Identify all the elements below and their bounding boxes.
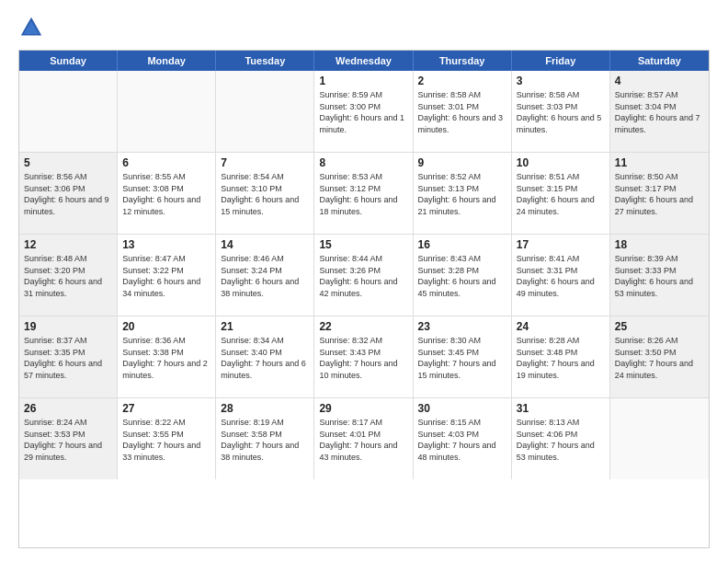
cell-info: Sunrise: 8:28 AMSunset: 3:48 PMDaylight:… <box>517 335 605 381</box>
calendar-cell: 9Sunrise: 8:52 AMSunset: 3:13 PMDaylight… <box>414 153 512 234</box>
day-number: 21 <box>221 320 309 333</box>
cell-info: Sunrise: 8:26 AMSunset: 3:50 PMDaylight:… <box>615 335 704 381</box>
calendar-cell: 6Sunrise: 8:55 AMSunset: 3:08 PMDaylight… <box>118 153 216 234</box>
day-number: 17 <box>517 238 605 251</box>
weekday-header: Monday <box>118 51 216 71</box>
header <box>18 15 710 40</box>
calendar-cell <box>610 398 709 479</box>
cell-info: Sunrise: 8:43 AMSunset: 3:28 PMDaylight:… <box>418 253 506 299</box>
cell-info: Sunrise: 8:53 AMSunset: 3:12 PMDaylight:… <box>319 171 407 217</box>
calendar-week-row: 5Sunrise: 8:56 AMSunset: 3:06 PMDaylight… <box>19 153 709 235</box>
cell-info: Sunrise: 8:13 AMSunset: 4:06 PMDaylight:… <box>517 417 605 463</box>
calendar-cell <box>118 71 216 152</box>
cell-info: Sunrise: 8:32 AMSunset: 3:43 PMDaylight:… <box>319 335 407 381</box>
calendar-week-row: 1Sunrise: 8:59 AMSunset: 3:00 PMDaylight… <box>19 71 709 153</box>
day-number: 11 <box>615 156 704 169</box>
cell-info: Sunrise: 8:55 AMSunset: 3:08 PMDaylight:… <box>122 171 210 217</box>
day-number: 20 <box>122 320 210 333</box>
cell-info: Sunrise: 8:17 AMSunset: 4:01 PMDaylight:… <box>319 417 407 463</box>
day-number: 29 <box>319 402 407 415</box>
day-number: 28 <box>221 402 309 415</box>
weekday-header: Thursday <box>414 51 512 71</box>
calendar-cell: 7Sunrise: 8:54 AMSunset: 3:10 PMDaylight… <box>216 153 314 234</box>
cell-info: Sunrise: 8:50 AMSunset: 3:17 PMDaylight:… <box>615 171 704 217</box>
page: SundayMondayTuesdayWednesdayThursdayFrid… <box>0 0 728 563</box>
day-number: 4 <box>615 75 704 87</box>
day-number: 9 <box>418 156 506 169</box>
cell-info: Sunrise: 8:52 AMSunset: 3:13 PMDaylight:… <box>418 171 506 217</box>
cell-info: Sunrise: 8:19 AMSunset: 3:58 PMDaylight:… <box>221 417 309 463</box>
calendar-cell <box>19 71 118 152</box>
weekday-header: Friday <box>512 51 610 71</box>
calendar-header: SundayMondayTuesdayWednesdayThursdayFrid… <box>19 51 709 71</box>
day-number: 10 <box>517 156 605 169</box>
calendar-cell: 29Sunrise: 8:17 AMSunset: 4:01 PMDayligh… <box>314 398 413 479</box>
day-number: 14 <box>221 238 309 251</box>
day-number: 16 <box>418 238 506 251</box>
calendar-cell: 17Sunrise: 8:41 AMSunset: 3:31 PMDayligh… <box>512 235 610 316</box>
cell-info: Sunrise: 8:15 AMSunset: 4:03 PMDaylight:… <box>418 417 506 463</box>
day-number: 15 <box>319 238 407 251</box>
cell-info: Sunrise: 8:30 AMSunset: 3:45 PMDaylight:… <box>418 335 506 381</box>
weekday-header: Wednesday <box>314 51 413 71</box>
calendar-week-row: 12Sunrise: 8:48 AMSunset: 3:20 PMDayligh… <box>19 235 709 316</box>
day-number: 7 <box>221 156 309 169</box>
cell-info: Sunrise: 8:58 AMSunset: 3:01 PMDaylight:… <box>418 89 506 135</box>
calendar-cell: 30Sunrise: 8:15 AMSunset: 4:03 PMDayligh… <box>414 398 512 479</box>
calendar-cell: 16Sunrise: 8:43 AMSunset: 3:28 PMDayligh… <box>414 235 512 316</box>
day-number: 22 <box>319 320 407 333</box>
calendar-cell: 14Sunrise: 8:46 AMSunset: 3:24 PMDayligh… <box>216 235 314 316</box>
day-number: 12 <box>24 238 112 251</box>
calendar-cell: 31Sunrise: 8:13 AMSunset: 4:06 PMDayligh… <box>512 398 610 479</box>
logo-icon <box>18 15 44 40</box>
calendar-week-row: 26Sunrise: 8:24 AMSunset: 3:53 PMDayligh… <box>19 398 709 479</box>
day-number: 1 <box>319 75 407 87</box>
cell-info: Sunrise: 8:54 AMSunset: 3:10 PMDaylight:… <box>221 171 309 217</box>
cell-info: Sunrise: 8:41 AMSunset: 3:31 PMDaylight:… <box>517 253 605 299</box>
calendar-cell: 21Sunrise: 8:34 AMSunset: 3:40 PMDayligh… <box>216 316 314 397</box>
cell-info: Sunrise: 8:57 AMSunset: 3:04 PMDaylight:… <box>615 89 704 135</box>
cell-info: Sunrise: 8:48 AMSunset: 3:20 PMDaylight:… <box>24 253 112 299</box>
weekday-header: Sunday <box>19 51 118 71</box>
day-number: 26 <box>24 402 112 415</box>
day-number: 30 <box>418 402 506 415</box>
day-number: 3 <box>517 75 605 87</box>
cell-info: Sunrise: 8:47 AMSunset: 3:22 PMDaylight:… <box>122 253 210 299</box>
day-number: 13 <box>122 238 210 251</box>
day-number: 6 <box>122 156 210 169</box>
cell-info: Sunrise: 8:44 AMSunset: 3:26 PMDaylight:… <box>319 253 407 299</box>
day-number: 25 <box>615 320 704 333</box>
cell-info: Sunrise: 8:22 AMSunset: 3:55 PMDaylight:… <box>122 417 210 463</box>
calendar-cell: 12Sunrise: 8:48 AMSunset: 3:20 PMDayligh… <box>19 235 118 316</box>
cell-info: Sunrise: 8:36 AMSunset: 3:38 PMDaylight:… <box>122 335 210 381</box>
calendar-cell: 18Sunrise: 8:39 AMSunset: 3:33 PMDayligh… <box>610 235 709 316</box>
cell-info: Sunrise: 8:24 AMSunset: 3:53 PMDaylight:… <box>24 417 112 463</box>
calendar-body: 1Sunrise: 8:59 AMSunset: 3:00 PMDaylight… <box>19 71 709 479</box>
calendar-cell: 8Sunrise: 8:53 AMSunset: 3:12 PMDaylight… <box>314 153 413 234</box>
cell-info: Sunrise: 8:51 AMSunset: 3:15 PMDaylight:… <box>517 171 605 217</box>
calendar-cell: 15Sunrise: 8:44 AMSunset: 3:26 PMDayligh… <box>314 235 413 316</box>
logo <box>18 15 48 40</box>
day-number: 5 <box>24 156 112 169</box>
calendar-cell: 4Sunrise: 8:57 AMSunset: 3:04 PMDaylight… <box>610 71 709 152</box>
calendar-cell: 2Sunrise: 8:58 AMSunset: 3:01 PMDaylight… <box>414 71 512 152</box>
calendar-cell: 5Sunrise: 8:56 AMSunset: 3:06 PMDaylight… <box>19 153 118 234</box>
cell-info: Sunrise: 8:58 AMSunset: 3:03 PMDaylight:… <box>517 89 605 135</box>
calendar: SundayMondayTuesdayWednesdayThursdayFrid… <box>18 50 710 548</box>
calendar-cell: 26Sunrise: 8:24 AMSunset: 3:53 PMDayligh… <box>19 398 118 479</box>
calendar-cell: 24Sunrise: 8:28 AMSunset: 3:48 PMDayligh… <box>512 316 610 397</box>
weekday-header: Tuesday <box>216 51 314 71</box>
calendar-cell: 3Sunrise: 8:58 AMSunset: 3:03 PMDaylight… <box>512 71 610 152</box>
cell-info: Sunrise: 8:37 AMSunset: 3:35 PMDaylight:… <box>24 335 112 381</box>
day-number: 18 <box>615 238 704 251</box>
day-number: 2 <box>418 75 506 87</box>
calendar-cell: 11Sunrise: 8:50 AMSunset: 3:17 PMDayligh… <box>610 153 709 234</box>
day-number: 24 <box>517 320 605 333</box>
cell-info: Sunrise: 8:56 AMSunset: 3:06 PMDaylight:… <box>24 171 112 217</box>
calendar-cell: 22Sunrise: 8:32 AMSunset: 3:43 PMDayligh… <box>314 316 413 397</box>
calendar-cell: 23Sunrise: 8:30 AMSunset: 3:45 PMDayligh… <box>414 316 512 397</box>
cell-info: Sunrise: 8:39 AMSunset: 3:33 PMDaylight:… <box>615 253 704 299</box>
calendar-cell: 1Sunrise: 8:59 AMSunset: 3:00 PMDaylight… <box>314 71 413 152</box>
weekday-header: Saturday <box>610 51 709 71</box>
day-number: 23 <box>418 320 506 333</box>
